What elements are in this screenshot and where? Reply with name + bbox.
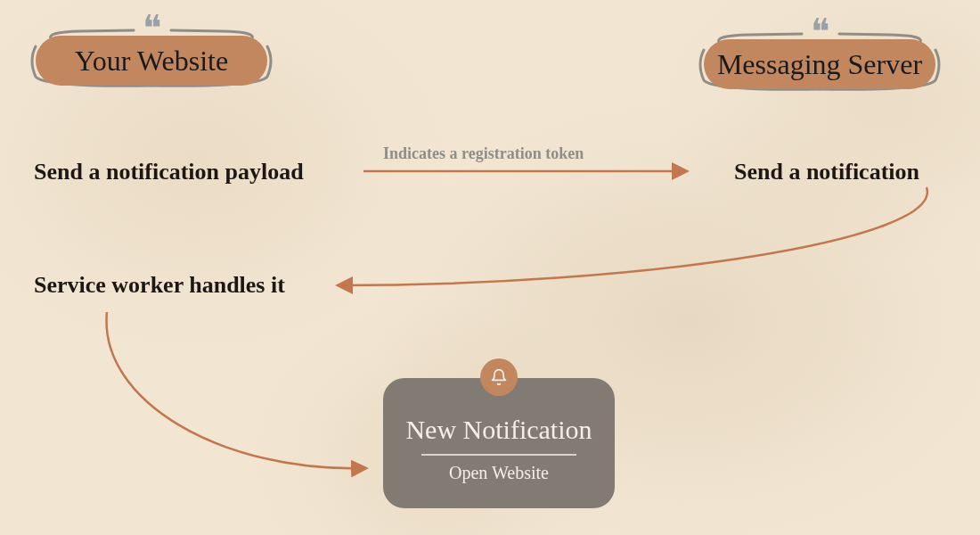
badge-your-website: ❝ Your Website	[18, 16, 285, 96]
badge-right-label: Messaging Server	[717, 48, 922, 81]
notification-title: New Notification	[405, 415, 592, 445]
arrow-server-to-worker	[339, 187, 927, 285]
bell-icon	[480, 358, 518, 396]
notification-card: New Notification Open Website	[383, 374, 615, 508]
badge-pill-right: Messaging Server	[704, 39, 935, 89]
arrow-worker-to-notification	[106, 312, 365, 468]
notification-divider	[421, 454, 577, 456]
notification-card-body: New Notification Open Website	[383, 378, 615, 508]
step-send-notification: Send a notification	[734, 159, 919, 185]
badge-messaging-server: ❝ Messaging Server	[686, 20, 953, 100]
diagram-canvas: ❝ Your Website ❝ Messaging Server Send a…	[0, 0, 980, 535]
step-service-worker: Service worker handles it	[34, 272, 285, 299]
notification-subtitle: Open Website	[449, 463, 549, 483]
badge-pill-left: Your Website	[36, 36, 267, 86]
arrow-caption: Indicates a registration token	[383, 144, 584, 163]
step-send-payload: Send a notification payload	[34, 159, 304, 185]
badge-left-label: Your Website	[75, 45, 228, 78]
